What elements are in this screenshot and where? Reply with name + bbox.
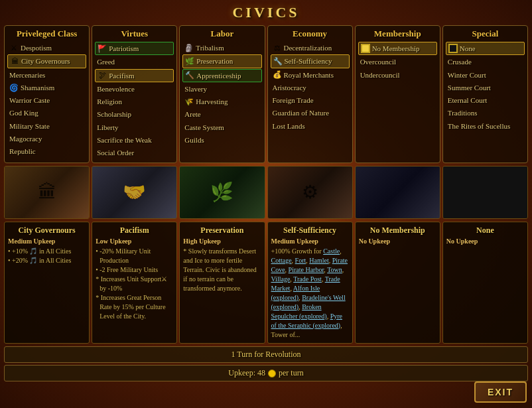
- info-panel-pacifism: Pacifism Low Upkeep • -20% Military Unit…: [92, 222, 177, 344]
- info-title-preservation: Preservation: [183, 226, 261, 236]
- info-title-no-membership: No Membership: [359, 226, 436, 236]
- civic-rites-of-sucellus[interactable]: The Rites of Sucellus: [446, 120, 525, 132]
- column-economy: Economy ⚖ Decentralization 🔧 Self-Suffic…: [267, 25, 353, 163]
- civic-caste-system[interactable]: Caste System: [182, 121, 261, 133]
- column-header-virtues: Virtues: [95, 29, 174, 39]
- decentralize-icon: ⚖: [273, 43, 282, 52]
- info-title-none: None: [446, 226, 524, 236]
- civic-mercenaries[interactable]: Mercenaries: [7, 69, 86, 81]
- civic-benevolence[interactable]: Benevolence: [95, 83, 174, 95]
- selected-image-none: [442, 166, 528, 219]
- civic-aristocracy[interactable]: Aristocracy: [271, 82, 350, 94]
- civic-royal-merchants[interactable]: 💰 Royal Merchants: [271, 69, 350, 81]
- info-title-city-governours: City Governours: [8, 226, 86, 236]
- info-panel-no-membership: No Membership No Upkeep: [355, 222, 440, 344]
- upkeep-bar: Upkeep: 48 per turn: [4, 365, 528, 381]
- civic-eternal-court[interactable]: Eternal Court: [446, 94, 525, 106]
- info-panel-none: None No Upkeep: [442, 222, 528, 344]
- selected-image-city-governours: [4, 166, 90, 219]
- merchant-icon: 💰: [273, 70, 282, 80]
- info-text-pacifism: • -20% Military Unit Production • -2 Fre…: [96, 247, 173, 321]
- civic-guardian-of-nature[interactable]: Guardian of Nature: [271, 107, 350, 119]
- info-text-city-governours: • +10% 🎵 in All Cities • +20% 🎵 in All C…: [8, 247, 86, 265]
- dove-icon: 🕊: [98, 71, 107, 80]
- column-special: Special None Crusade Winter Court Summer…: [442, 25, 528, 163]
- info-panel-self-sufficiency: Self-Sufficiency Medium Upkeep +100% Gro…: [267, 222, 353, 344]
- column-header-special: Special: [446, 29, 525, 39]
- civic-undercouncil[interactable]: Undercouncil: [358, 69, 437, 81]
- civic-warrior-caste[interactable]: Warrior Caste: [7, 94, 86, 106]
- civic-guilds[interactable]: Guilds: [182, 134, 261, 146]
- civic-despotism[interactable]: ⚔ Despotism: [7, 42, 86, 54]
- info-text-self-sufficiency: +100% Growth for Castle, Cottage, Fort, …: [271, 247, 349, 340]
- civic-traditions[interactable]: Traditions: [446, 107, 525, 119]
- exit-button[interactable]: EXIT: [474, 381, 527, 403]
- civic-pacifism[interactable]: 🕊 Pacifism: [95, 69, 174, 82]
- self-sufficiency-image: [268, 167, 352, 218]
- civic-greed[interactable]: Greed: [95, 56, 174, 68]
- civic-scholarship[interactable]: Scholarship: [95, 108, 174, 120]
- column-virtues: Virtues 🚩 Patriotism Greed 🕊 Pacifism Be…: [92, 25, 177, 163]
- info-upkeep-pacifism: Low Upkeep: [96, 238, 173, 245]
- column-header-membership: Membership: [358, 29, 437, 39]
- civic-harvesting[interactable]: 🌾 Harvesting: [182, 96, 261, 107]
- civic-decentralization[interactable]: ⚖ Decentralization: [271, 42, 350, 54]
- civic-sacrifice-the-weak[interactable]: Sacrifice the Weak: [95, 134, 174, 146]
- info-upkeep-no-membership: No Upkeep: [359, 238, 436, 245]
- pacifism-image: [92, 167, 176, 218]
- civic-crusade[interactable]: Crusade: [446, 56, 525, 68]
- civic-patriotism[interactable]: 🚩 Patriotism: [95, 42, 174, 55]
- civic-apprenticeship[interactable]: 🔨 Apprenticeship: [182, 69, 261, 82]
- civic-preservation[interactable]: 🌿 Preservation: [182, 54, 261, 68]
- civic-foreign-trade[interactable]: Foreign Trade: [271, 94, 350, 106]
- civic-slavery[interactable]: Slavery: [182, 83, 261, 95]
- selected-image-pacifism: [92, 166, 177, 219]
- info-upkeep-city-governours: Medium Upkeep: [8, 238, 86, 245]
- none-image: [443, 167, 527, 218]
- selected-images-row: [4, 166, 528, 219]
- selected-image-preservation: [179, 166, 265, 219]
- self-suf-icon: 🔧: [273, 56, 283, 66]
- city-governours-image: [5, 167, 89, 218]
- column-header-labor: Labor: [182, 29, 261, 39]
- civic-god-king[interactable]: God King: [7, 107, 86, 119]
- civic-none[interactable]: None: [446, 42, 525, 55]
- preservation-image: [180, 167, 264, 218]
- info-upkeep-self-sufficiency: Medium Upkeep: [271, 238, 349, 245]
- civic-city-governours[interactable]: 🏛 City Governours: [7, 54, 86, 68]
- civics-grid: Priveleged Class ⚔ Despotism 🏛 City Gove…: [4, 25, 528, 163]
- check-black-icon: [448, 44, 458, 53]
- column-membership: Membership No Membership Overcouncil Und…: [355, 25, 440, 163]
- column-header-privileged-class: Priveleged Class: [7, 29, 86, 39]
- info-upkeep-none: No Upkeep: [446, 238, 524, 245]
- civic-self-sufficiency[interactable]: 🔧 Self-Sufficiency: [271, 54, 350, 68]
- civic-magocracy[interactable]: Magocracy: [7, 133, 86, 145]
- civic-arete[interactable]: Arete: [182, 108, 261, 120]
- civic-republic[interactable]: Republic: [7, 145, 86, 157]
- civic-summer-court[interactable]: Summer Court: [446, 82, 525, 94]
- civic-military-state[interactable]: Military State: [7, 120, 86, 132]
- info-panels-row: City Governours Medium Upkeep • +10% 🎵 i…: [4, 222, 528, 344]
- sword-icon: ⚔: [9, 43, 19, 52]
- civic-winter-court[interactable]: Winter Court: [446, 69, 525, 81]
- info-title-self-sufficiency: Self-Sufficiency: [271, 226, 349, 236]
- column-labor: Labor 🗿 Tribalism 🌿 Preservation 🔨 Appre…: [179, 25, 265, 163]
- civic-no-membership[interactable]: No Membership: [358, 42, 437, 55]
- hammer-icon: 🔨: [185, 71, 194, 80]
- selected-image-no-membership: [355, 166, 440, 219]
- civic-overcouncil[interactable]: Overcouncil: [358, 56, 437, 68]
- revolution-bar: 1 Turn for Revolution: [4, 346, 528, 363]
- civic-shamanism[interactable]: 🌀 Shamanism: [7, 82, 86, 94]
- check-yellow-icon: [361, 44, 370, 53]
- harvest-icon: 🌾: [184, 97, 194, 106]
- column-header-economy: Economy: [271, 29, 350, 39]
- info-panel-city-governours: City Governours Medium Upkeep • +10% 🎵 i…: [4, 222, 90, 344]
- civic-social-order[interactable]: Social Order: [95, 147, 174, 159]
- page-title: CIVICS: [4, 4, 528, 21]
- civic-tribalism[interactable]: 🗿 Tribalism: [182, 42, 261, 54]
- tribe-icon: 🗿: [184, 43, 194, 52]
- civic-religion[interactable]: Religion: [95, 96, 174, 107]
- civic-liberty[interactable]: Liberty: [95, 121, 174, 133]
- shaman-icon: 🌀: [9, 83, 19, 92]
- civic-lost-lands[interactable]: Lost Lands: [271, 120, 350, 132]
